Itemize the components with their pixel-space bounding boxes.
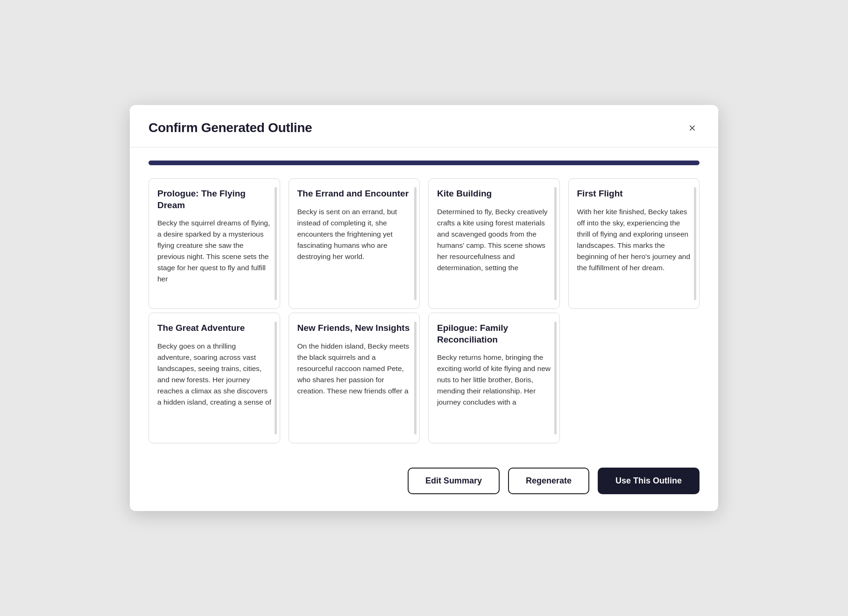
card-prologue-body: Becky the squirrel dreams of flying, a d… [157, 217, 272, 285]
modal-header: Confirm Generated Outline × [130, 105, 718, 147]
card-kite-body: Determined to fly, Becky creatively craf… [437, 206, 552, 273]
card-friends-scrollbar [414, 322, 417, 434]
progress-bar-track [148, 161, 700, 165]
card-kite: Kite BuildingDetermined to fly, Becky cr… [428, 178, 560, 309]
modal-container: Confirm Generated Outline × Prologue: Th… [130, 105, 718, 511]
card-friends-title: New Friends, New Insights [297, 322, 412, 334]
card-empty [568, 313, 700, 443]
regenerate-button[interactable]: Regenerate [508, 468, 589, 494]
card-friends-body: On the hidden island, Becky meets the bl… [297, 341, 412, 397]
card-kite-title: Kite Building [437, 188, 552, 200]
modal-title: Confirm Generated Outline [148, 120, 312, 135]
card-flight: First FlightWith her kite finished, Beck… [568, 178, 700, 309]
card-errand-body: Becky is sent on an errand, but instead … [297, 206, 412, 262]
card-errand: The Errand and EncounterBecky is sent on… [289, 178, 420, 309]
card-flight-body: With her kite finished, Becky takes off … [577, 206, 692, 273]
progress-bar-container [148, 161, 700, 165]
card-errand-scrollbar [414, 187, 417, 300]
edit-summary-button[interactable]: Edit Summary [408, 468, 500, 494]
card-epilogue: Epilogue: Family ReconciliationBecky ret… [428, 313, 560, 443]
card-friends: New Friends, New InsightsOn the hidden i… [289, 313, 420, 443]
cards-row2: The Great AdventureBecky goes on a thril… [148, 313, 700, 443]
use-outline-button[interactable]: Use This Outline [598, 468, 700, 494]
card-epilogue-body: Becky returns home, bringing the excitin… [437, 352, 552, 408]
modal-body: Prologue: The Flying DreamBecky the squi… [130, 147, 718, 458]
card-epilogue-title: Epilogue: Family Reconciliation [437, 322, 552, 345]
card-prologue: Prologue: The Flying DreamBecky the squi… [148, 178, 280, 309]
card-adventure-body: Becky goes on a thrilling adventure, soa… [157, 341, 272, 408]
card-adventure-title: The Great Adventure [157, 322, 272, 334]
card-epilogue-scrollbar [554, 322, 557, 434]
card-adventure-scrollbar [275, 322, 277, 434]
card-prologue-title: Prologue: The Flying Dream [157, 188, 272, 211]
close-button[interactable]: × [685, 120, 700, 136]
card-flight-title: First Flight [577, 188, 692, 200]
card-prologue-scrollbar [275, 187, 277, 300]
card-errand-title: The Errand and Encounter [297, 188, 412, 200]
modal-footer: Edit Summary Regenerate Use This Outline [130, 458, 718, 511]
card-adventure: The Great AdventureBecky goes on a thril… [148, 313, 280, 443]
cards-row1: Prologue: The Flying DreamBecky the squi… [148, 178, 700, 309]
card-kite-scrollbar [554, 187, 557, 300]
card-flight-scrollbar [694, 187, 696, 300]
